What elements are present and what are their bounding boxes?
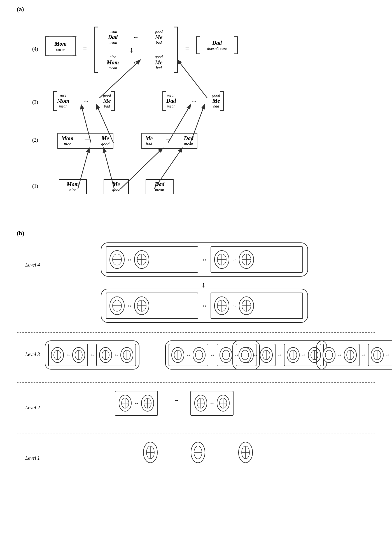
level1-node1	[143, 441, 158, 464]
level1-box1: Mom nice	[59, 179, 87, 194]
level4-center-bracket: mean Dad mean ↔ good Me bad ↕	[94, 27, 178, 73]
level3-label: Level 3	[25, 352, 40, 358]
level4-left-bracket: Mom cares	[45, 36, 76, 56]
level4-top-group: ↔ ↔	[101, 242, 308, 277]
level4-right-line1: Dad	[200, 40, 234, 46]
level1-box2: Me good	[104, 179, 129, 194]
level4-left-line2: cares	[50, 47, 72, 52]
page-container: (a)	[0, 0, 392, 549]
dashed-divider-2-1	[17, 433, 375, 433]
level3-group3: ↔ ↔	[232, 340, 327, 370]
level4-right-bracket: Dad doesn't care	[196, 36, 238, 54]
level2-label: Level 2	[25, 405, 40, 411]
level3-right-bracket: mean Dad mean ↔ good Me bad	[162, 91, 224, 111]
level1-node2	[190, 441, 206, 464]
level2-number: (2)	[32, 137, 38, 143]
level1-node3	[238, 441, 253, 464]
level3-left-bracket: nice Mom mean ↔ good Me bad	[53, 91, 115, 111]
level4-label: Level 4	[25, 262, 40, 268]
level2-group2: ↔	[190, 391, 234, 416]
part-b-label: (b)	[17, 230, 375, 237]
level3-group4: ↔ ↔	[316, 340, 392, 370]
level3-number: (3)	[32, 99, 38, 105]
dashed-divider-3-2	[17, 382, 375, 383]
part-b: (b) Level 4	[17, 224, 375, 549]
level2-right-box: Me bad — Dad mean	[141, 133, 197, 149]
level4-number: (4)	[32, 46, 38, 52]
level1-label: Level 1	[25, 455, 40, 461]
part-a: (a)	[17, 6, 375, 216]
equals1: =	[83, 45, 87, 52]
level4-bottom-group: ↔ ↔	[101, 289, 308, 323]
level2-group1: ↔	[115, 391, 158, 416]
level2-between-arrow: ↔	[174, 391, 179, 403]
level3-group1: ↔ ↔	[45, 340, 139, 370]
level4-vertical-arrow: ↕	[202, 280, 206, 289]
level1-box3: Dad mean	[146, 179, 174, 194]
equals2: =	[185, 45, 189, 52]
part-a-label: (a)	[17, 6, 375, 13]
level4-left-line1: Mom	[50, 41, 72, 47]
level4-right-line2: doesn't care	[200, 46, 234, 51]
level1-number: (1)	[32, 183, 38, 189]
dashed-divider-4-3	[17, 332, 375, 333]
level2-left-box: Mom nice — Me good	[57, 133, 113, 149]
